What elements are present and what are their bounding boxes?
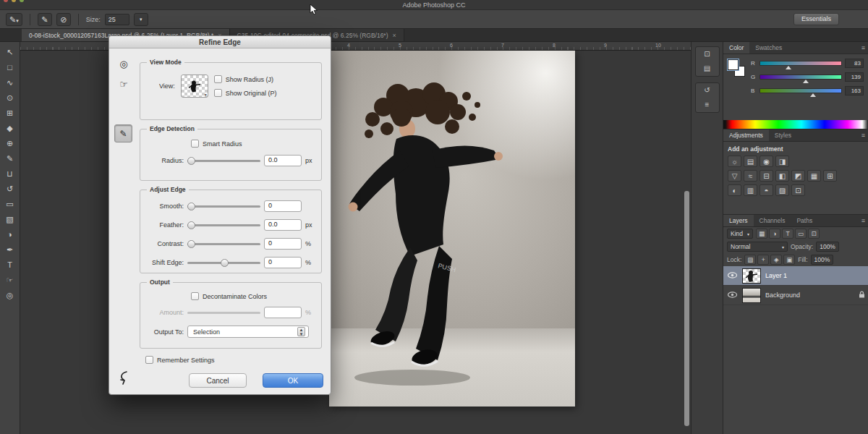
levels-icon[interactable]: ▤ [744,156,757,167]
layer-visibility-eye-icon[interactable] [726,292,738,299]
view-mode-thumbnail[interactable]: ▾ [181,75,208,98]
dialog-hand-tool-icon[interactable]: ☞ [116,77,132,93]
clone-stamp-tool-icon[interactable]: ⊔ [2,166,18,182]
healing-brush-tool-icon[interactable]: ⊕ [2,136,18,151]
brightness-contrast-icon[interactable]: ☼ [728,156,741,167]
layer-row-layer-1[interactable]: Layer 1 [723,266,868,286]
gradient-map-icon[interactable]: ▨ [775,184,789,196]
brush-size-dropdown-icon[interactable]: ▾ [134,13,148,26]
move-tool-icon[interactable]: ↖ [2,45,18,60]
decontaminate-colors-checkbox[interactable] [191,292,199,300]
blue-slider[interactable] [760,88,842,93]
type-tool-icon[interactable]: T [2,258,18,273]
close-window-icon[interactable] [4,0,8,2]
feather-value-field[interactable]: 0.0 [264,219,302,231]
layer-row-background[interactable]: Background [723,286,868,305]
radius-slider[interactable] [187,160,260,162]
zoom-window-icon[interactable] [20,0,24,2]
shift-edge-value-field[interactable]: 0 [264,257,302,268]
zoom-tool-icon[interactable]: ◎ [2,288,18,303]
hue-saturation-icon[interactable]: ≈ [744,170,757,182]
hand-tool-icon[interactable]: ☞ [2,273,18,288]
crop-tool-icon[interactable]: ⊞ [2,106,18,121]
dialog-title[interactable]: Refine Edge [109,36,331,48]
dock-histogram-panel-icon[interactable]: ⊡ [696,47,719,61]
filter-adjustment-layers-icon[interactable]: ◑ [769,229,780,239]
foreground-color-chip[interactable] [728,59,739,70]
opacity-field[interactable]: 100% [816,242,839,252]
curves-icon[interactable]: ◉ [760,156,773,167]
ok-button[interactable]: OK [263,373,323,388]
minimize-window-icon[interactable] [12,0,16,2]
black-white-icon[interactable]: ◧ [775,170,789,182]
layer-filter-kind-select[interactable]: Kind ▾ [727,229,753,239]
red-slider[interactable] [760,61,842,66]
window-controls[interactable] [4,0,24,2]
green-value-field[interactable]: 139 [845,72,864,82]
erase-refinements-icon[interactable]: ⊘ [56,13,71,26]
posterize-icon[interactable]: ▥ [744,184,757,196]
exposure-icon[interactable]: ◨ [775,156,789,167]
blur-tool-icon[interactable]: ◑ [2,227,18,242]
close-tab-icon[interactable]: × [393,32,396,39]
layer-thumbnail[interactable] [742,268,761,284]
panel-menu-icon[interactable]: ≡ [861,215,865,227]
show-radius-checkbox[interactable] [214,75,222,83]
dialog-zoom-tool-icon[interactable]: ◎ [116,56,132,72]
vertical-scrollbar[interactable] [684,191,689,426]
fill-field[interactable]: 100% [811,255,834,265]
photo-filter-icon[interactable]: ◩ [791,170,805,182]
filter-type-layers-icon[interactable]: T [782,229,793,239]
cancel-button[interactable]: Cancel [189,373,247,388]
document-canvas[interactable]: PUSH [329,51,575,407]
brush-tool-icon[interactable]: ✎ [2,151,18,166]
panel-menu-icon[interactable]: ≡ [861,42,865,54]
tab-color[interactable]: Color [723,42,749,54]
channel-mixer-icon[interactable]: ▦ [807,170,821,182]
lasso-tool-icon[interactable]: ∿ [2,75,18,90]
show-original-checkbox[interactable] [214,89,222,97]
feather-slider[interactable] [187,224,260,226]
blend-mode-select[interactable]: Normal ▾ [727,242,788,252]
dock-info-panel-icon[interactable]: ▤ [696,61,719,76]
gradient-tool-icon[interactable]: ▧ [2,212,18,227]
dock-history-panel-icon[interactable]: ↺ [696,83,719,98]
quick-selection-tool-icon[interactable]: ⊙ [2,90,18,106]
color-spectrum-ramp[interactable] [723,120,868,129]
refine-radius-brush-icon[interactable]: ✎ [38,13,52,26]
lock-position-icon[interactable]: ◈ [770,255,782,265]
contrast-slider[interactable] [187,243,260,245]
output-to-select[interactable]: Selection ▲▼ [187,326,309,338]
smart-radius-checkbox[interactable] [191,140,199,148]
foreground-background-chips[interactable] [728,59,746,78]
refine-radius-tool-button[interactable]: ✎ [114,124,132,142]
red-value-field[interactable]: 83 [845,59,864,68]
tab-swatches[interactable]: Swatches [749,42,788,54]
vibrance-icon[interactable]: ▽ [728,170,741,182]
color-balance-icon[interactable]: ⊟ [760,170,773,182]
smooth-slider[interactable] [187,205,260,208]
tab-paths[interactable]: Paths [791,215,818,226]
eraser-tool-icon[interactable]: ▭ [2,197,18,212]
current-tool-icon[interactable]: ✎▾ [6,13,22,26]
filter-pixel-layers-icon[interactable]: ▦ [756,229,767,239]
threshold-icon[interactable]: ◓ [760,184,773,196]
layer-thumbnail[interactable] [742,288,761,303]
lock-pixels-icon[interactable]: + [757,255,769,265]
lock-all-icon[interactable]: ▣ [783,255,795,265]
contrast-value-field[interactable]: 0 [264,238,302,250]
tab-channels[interactable]: Channels [754,215,791,226]
selective-color-icon[interactable]: ⊡ [791,184,805,196]
dock-properties-panel-icon[interactable]: ≡ [696,98,719,112]
radius-value-field[interactable]: 0.0 [264,155,302,166]
panel-menu-icon[interactable]: ≡ [861,129,865,142]
pen-tool-icon[interactable]: ✒ [2,242,18,258]
brush-size-field[interactable]: 25 [105,14,129,25]
filter-smart-objects-icon[interactable]: ⊡ [808,229,820,239]
invert-icon[interactable]: ◐ [728,184,741,196]
workspace-switcher-button[interactable]: Essentials [793,13,839,25]
marquee-tool-icon[interactable]: □ [2,60,18,75]
shift-edge-slider[interactable] [187,262,260,264]
history-brush-tool-icon[interactable]: ↺ [2,182,18,197]
eyedropper-tool-icon[interactable]: ◆ [2,121,18,136]
